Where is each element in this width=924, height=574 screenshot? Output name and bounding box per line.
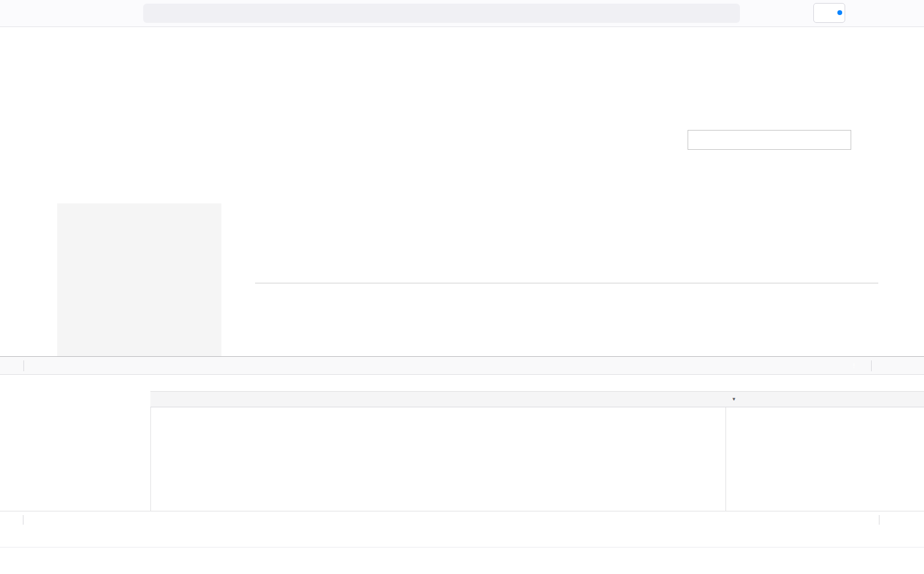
search-input[interactable] <box>688 131 851 149</box>
toolbar-divider <box>879 515 879 525</box>
refresh-items-button[interactable] <box>695 379 703 387</box>
back-button[interactable] <box>8 5 25 22</box>
funnel-icon <box>156 379 164 387</box>
responsive-mode-icon <box>879 361 888 370</box>
devtools-panel: ▼ <box>0 356 924 574</box>
browser-toolbar <box>0 0 924 27</box>
notification-dot <box>914 549 919 555</box>
clear-console-button[interactable] <box>7 516 16 524</box>
console-toolbar-right <box>873 515 918 525</box>
cookie-data-tree <box>726 407 924 511</box>
shield-icon <box>150 9 159 18</box>
storage-sidebar <box>0 375 150 511</box>
extensions-icon <box>879 7 891 19</box>
menu-button[interactable] <box>902 7 914 20</box>
contact-information-block <box>255 303 420 313</box>
chevron-down-icon: ▼ <box>732 397 736 402</box>
search-icon[interactable] <box>836 135 845 145</box>
devtools-toolbar-right <box>849 357 924 374</box>
panel-toggle-icon <box>710 379 719 387</box>
gear-icon <box>893 515 902 524</box>
cookie-table-header <box>150 392 726 407</box>
cart-icon <box>860 131 876 147</box>
console-input-row[interactable] <box>0 547 924 574</box>
extensions-button[interactable] <box>879 7 891 20</box>
filter-output-input[interactable] <box>42 515 211 525</box>
star-icon <box>723 8 733 17</box>
toolbar-divider <box>23 360 24 371</box>
newsletters-block <box>576 303 829 313</box>
hamburger-icon <box>902 7 914 19</box>
url-bar[interactable] <box>143 4 740 23</box>
plus-icon <box>679 379 688 387</box>
toolbar-divider <box>23 515 23 525</box>
close-icon <box>909 515 918 524</box>
toggle-sidebar-button[interactable] <box>710 379 719 387</box>
devtools-close-button[interactable] <box>908 361 917 370</box>
meatball-menu-icon <box>893 361 902 370</box>
lock-icon <box>165 9 174 18</box>
add-item-button[interactable] <box>679 379 688 387</box>
close-icon <box>908 361 917 370</box>
filter-values-input[interactable] <box>743 378 924 388</box>
account-nav <box>57 203 221 356</box>
chevron-down-icon <box>863 34 870 41</box>
reload-button[interactable] <box>59 5 76 22</box>
refresh-icon <box>695 379 703 387</box>
luma-logo-icon <box>54 122 90 158</box>
values-filter-row <box>726 375 924 392</box>
console-toolbar <box>0 511 924 528</box>
forward-button[interactable] <box>34 5 51 22</box>
split-console-button[interactable] <box>905 552 917 562</box>
welcome-message[interactable] <box>859 34 870 41</box>
pick-element-button[interactable] <box>0 357 22 374</box>
storage-filter-row <box>150 375 726 392</box>
funnel-icon <box>732 379 739 387</box>
signin-button[interactable] <box>813 3 845 23</box>
console-filter <box>31 515 211 525</box>
forward-icon <box>38 9 47 18</box>
back-icon <box>13 9 22 18</box>
devtools-tabbar <box>0 357 924 375</box>
funnel-icon <box>31 516 38 523</box>
trash-icon <box>7 516 16 524</box>
annotation-rectangle <box>231 292 419 356</box>
error-badge-icon[interactable] <box>849 361 858 370</box>
console-error-block <box>10 529 916 548</box>
storage-toolbar-buttons <box>679 379 722 387</box>
toolbar-divider <box>871 360 872 371</box>
cookie-table-body <box>150 407 726 511</box>
storefront-page <box>0 54 924 356</box>
console-close-button[interactable] <box>909 515 918 524</box>
search-box <box>688 130 851 150</box>
welcome-bar <box>0 26 924 54</box>
section-divider <box>255 283 878 283</box>
responsive-mode-button[interactable] <box>879 361 888 370</box>
reload-icon <box>63 9 72 18</box>
filter-items-input[interactable] <box>167 378 676 388</box>
data-panel-header[interactable]: ▼ <box>726 392 924 407</box>
account-icon <box>822 8 832 18</box>
devtools-menu-button[interactable] <box>893 361 902 370</box>
bookmark-star-button[interactable] <box>723 8 733 19</box>
notification-dot <box>837 10 842 15</box>
screen: ▼ <box>0 0 924 574</box>
luma-logo[interactable] <box>54 122 98 158</box>
console-settings-button[interactable] <box>893 515 902 524</box>
pick-element-icon <box>6 361 16 371</box>
cart-button[interactable] <box>860 131 876 147</box>
